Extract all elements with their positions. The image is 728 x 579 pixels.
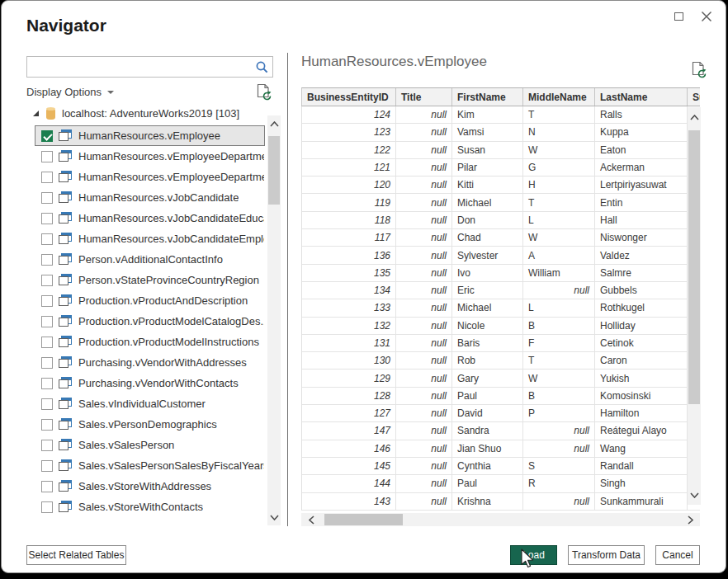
view-table-icon [59, 356, 73, 369]
window-controls [669, 7, 716, 26]
checkbox-unchecked[interactable] [41, 213, 53, 224]
view-table-icon [59, 398, 73, 410]
tree-scrollbar[interactable] [267, 115, 281, 525]
checkbox-unchecked[interactable] [41, 233, 53, 245]
preview-refresh-button[interactable] [692, 61, 707, 82]
tree-item[interactable]: Purchasing.vVendorWithContacts [35, 373, 265, 393]
tree-item-label: HumanResources.vJobCandidate [78, 191, 239, 204]
search-icon[interactable] [255, 60, 269, 78]
view-table-icon [59, 294, 73, 307]
checkbox-unchecked[interactable] [41, 378, 53, 389]
tree-root-node[interactable]: localhost: AdventureWorks2019 [103] [26, 103, 239, 124]
tree-refresh-button[interactable] [257, 83, 272, 104]
tree-item[interactable]: HumanResources.vEmployee [35, 125, 265, 146]
table-cell: Paul [452, 388, 523, 404]
tree-item[interactable]: HumanResources.vEmployeeDepartme... [35, 167, 265, 187]
view-table-icon [59, 501, 73, 513]
tree-item[interactable]: Sales.vStoreWithContacts [35, 497, 265, 517]
tree-item[interactable]: Person.vAdditionalContactInfo [35, 249, 265, 270]
tree-item[interactable]: Sales.vSalesPersonSalesByFiscalYears [35, 455, 265, 476]
load-button[interactable]: Load [510, 545, 557, 565]
table-cell: Valdez [595, 247, 688, 263]
maximize-button[interactable] [669, 7, 688, 26]
table-cell: null [396, 318, 452, 334]
table-cell: 132 [302, 318, 396, 334]
tree-item-label: HumanResources.vJobCandidateEduca... [78, 212, 264, 224]
table-cell: null [396, 142, 452, 158]
checkbox-unchecked[interactable] [41, 316, 53, 327]
close-button[interactable] [697, 7, 716, 26]
tree-item-label: Production.vProductAndDescription [78, 294, 248, 307]
table-cell: Hamilton [595, 405, 688, 421]
table-cell: 129 [302, 370, 396, 386]
scroll-right-icon[interactable] [683, 513, 697, 526]
select-related-tables-button[interactable]: Select Related Tables [26, 545, 126, 565]
table-cell: Randall [595, 458, 688, 474]
checkbox-unchecked[interactable] [41, 419, 53, 431]
checkbox-unchecked[interactable] [41, 357, 53, 369]
scroll-down-icon[interactable] [688, 488, 701, 501]
table-cell: T [523, 106, 595, 123]
tree-item[interactable]: HumanResources.vJobCandidateEduca... [35, 208, 265, 228]
checkbox-unchecked[interactable] [41, 440, 53, 451]
tree-item[interactable]: Sales.vSalesPerson [35, 435, 265, 455]
table-cell: 117 [302, 229, 396, 246]
table-cell: 143 [302, 493, 396, 510]
table-cell: Hall [595, 212, 688, 228]
table-hscrollbar-thumb[interactable] [324, 514, 403, 525]
tree-item[interactable]: Production.vProductModelCatalogDes... [35, 311, 265, 332]
table-cell: null [396, 265, 452, 281]
checkbox-unchecked[interactable] [41, 192, 53, 204]
display-options-dropdown[interactable]: Display Options [26, 84, 114, 99]
table-cell: null [523, 440, 595, 457]
checkbox-checked[interactable] [41, 130, 53, 142]
table-cell: David [452, 405, 523, 421]
tree-item-label: Purchasing.vVendorWithAddresses [78, 356, 247, 369]
transform-data-button[interactable]: Transform Data [568, 545, 645, 565]
table-horizontal-scrollbar[interactable] [301, 513, 700, 526]
table-cell: Susan [452, 142, 523, 158]
checkbox-unchecked[interactable] [41, 254, 53, 266]
tree-item[interactable]: Purchasing.vVendorWithAddresses [35, 352, 265, 373]
table-cell: Cynthia [452, 458, 523, 474]
table-row: 146nullJian ShuonullWang [302, 440, 700, 458]
table-vscrollbar-thumb[interactable] [688, 130, 700, 404]
checkbox-unchecked[interactable] [41, 172, 53, 183]
tree-item[interactable]: HumanResources.vJobCandidate [35, 187, 265, 208]
tree-item[interactable]: Person.vStateProvinceCountryRegion [35, 270, 265, 290]
checkbox-unchecked[interactable] [41, 481, 53, 492]
tree-item[interactable]: HumanResources.vEmployeeDepartme... [35, 146, 265, 167]
table-cell: 145 [302, 458, 396, 474]
cancel-button[interactable]: Cancel [655, 545, 700, 565]
table-cell: null [396, 405, 452, 421]
tree-item[interactable]: Sales.vIndividualCustomer [35, 393, 265, 414]
tree-item[interactable]: HumanResources.vJobCandidateEmplo... [35, 228, 265, 249]
tree-item[interactable]: Production.vProductModelInstructions [35, 332, 265, 352]
scroll-up-icon[interactable] [688, 111, 701, 124]
scroll-up-icon[interactable] [267, 117, 281, 130]
table-cell: 127 [302, 405, 396, 421]
checkbox-unchecked[interactable] [41, 460, 53, 472]
view-table-icon [59, 459, 73, 472]
table-cell: Vamsi [452, 124, 523, 140]
view-table-icon [59, 253, 73, 266]
table-row: 121nullPilarGAckerman [302, 159, 700, 177]
tree-scrollbar-thumb[interactable] [268, 136, 280, 205]
scroll-down-icon[interactable] [267, 511, 281, 524]
checkbox-unchecked[interactable] [41, 151, 53, 162]
scroll-left-icon[interactable] [305, 513, 318, 526]
search-input[interactable] [27, 57, 272, 77]
tree-item[interactable]: Sales.vStoreWithAddresses [35, 476, 265, 497]
tree-item[interactable]: Production.vProductAndDescription [35, 290, 265, 311]
checkbox-unchecked[interactable] [41, 275, 53, 286]
checkbox-unchecked[interactable] [41, 337, 53, 348]
tree-item[interactable]: Sales.vPersonDemographics [35, 414, 265, 435]
table-row: 128nullPaulBKomosinski [302, 388, 700, 405]
tree-item-label: Person.vStateProvinceCountryRegion [78, 274, 259, 286]
view-table-icon [59, 315, 73, 327]
checkbox-unchecked[interactable] [41, 501, 53, 513]
table-vertical-scrollbar[interactable] [688, 107, 701, 505]
checkbox-unchecked[interactable] [41, 295, 53, 307]
table-cell: null [396, 352, 452, 369]
checkbox-unchecked[interactable] [41, 398, 53, 410]
